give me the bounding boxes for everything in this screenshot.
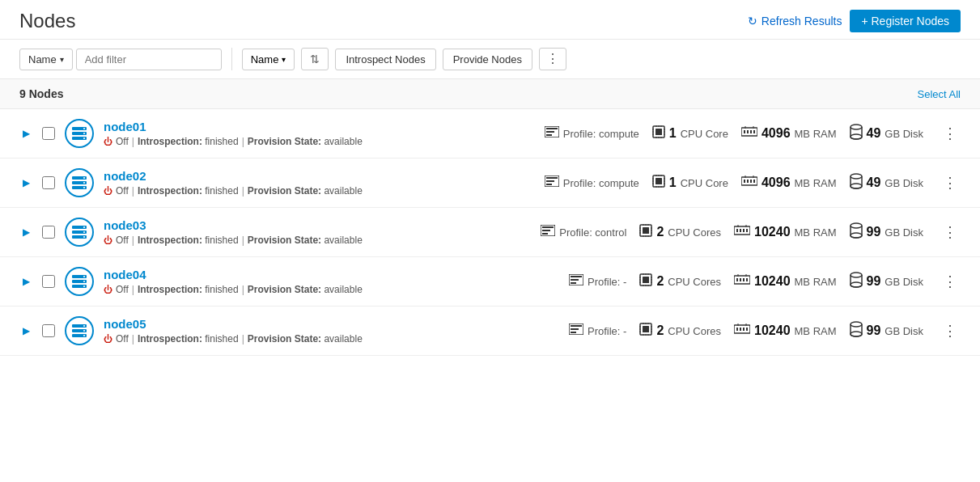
svg-rect-41 (546, 180, 554, 182)
disk-spec: 99 GB Disk (850, 222, 923, 242)
svg-rect-160 (746, 328, 748, 331)
profile-icon (541, 225, 555, 239)
nodes-count: 9 Nodes (19, 87, 63, 100)
cpu-unit: CPU Core (681, 128, 728, 140)
select-all-link[interactable]: Select All (918, 88, 961, 100)
svg-rect-110 (643, 277, 649, 283)
node-name[interactable]: node02 (104, 169, 535, 183)
filter-by-select[interactable]: Name ▾ (19, 49, 73, 70)
node-checkbox[interactable] (42, 226, 55, 239)
node-specs: Profile: control 2 CPU Cores 10240 MB RA… (541, 222, 923, 242)
provision-state-label: Provision State: available (248, 333, 363, 345)
expand-button[interactable]: ▶ (19, 225, 32, 239)
more-actions-button[interactable]: ⋮ (539, 48, 566, 70)
svg-rect-58 (744, 180, 745, 183)
refresh-button[interactable]: ↻ Refresh Results (748, 15, 842, 27)
nodes-summary: 9 Nodes Select All (0, 79, 980, 109)
svg-rect-75 (542, 233, 548, 235)
expand-button[interactable]: ▶ (19, 274, 32, 289)
svg-rect-91 (736, 229, 738, 232)
node-icon (65, 218, 94, 247)
filter-input[interactable] (76, 49, 222, 70)
node-actions-button[interactable]: ⋮ (940, 220, 961, 244)
node-actions-button[interactable]: ⋮ (940, 319, 961, 343)
ram-icon (741, 126, 757, 141)
node-checkbox[interactable] (42, 275, 55, 288)
expand-button[interactable]: ▶ (19, 175, 32, 190)
profile-icon (545, 175, 559, 190)
svg-rect-73 (542, 226, 554, 228)
node-status: ⏻ Off | Introspection: finished | Provis… (104, 333, 559, 345)
node-name[interactable]: node05 (104, 317, 559, 331)
introspect-nodes-button[interactable]: Introspect Nodes (335, 49, 435, 70)
node-checkbox[interactable] (42, 176, 55, 189)
ram-unit: MB RAM (795, 128, 837, 140)
server-icon (70, 174, 88, 192)
svg-rect-125 (740, 278, 741, 281)
disk-unit: GB Disk (885, 128, 923, 140)
server-icon (70, 223, 88, 241)
power-state: Off (116, 136, 129, 147)
profile-spec: Profile: - (569, 323, 626, 338)
power-off-icon: ⏻ (104, 137, 112, 146)
disk-icon (850, 124, 863, 143)
svg-point-37 (83, 182, 85, 184)
table-row: ▶ node03 ⏻ Off | Introspection: finished… (0, 208, 980, 257)
node-actions-button[interactable]: ⋮ (940, 121, 961, 146)
profile-spec: Profile: - (569, 274, 626, 289)
node-actions-button[interactable]: ⋮ (940, 171, 961, 195)
register-nodes-button[interactable]: + Register Nodes (850, 10, 961, 32)
cpu-spec: 2 CPU Cores (639, 273, 721, 290)
node-name[interactable]: node03 (104, 218, 531, 232)
node-checkbox[interactable] (42, 324, 55, 337)
svg-rect-7 (546, 128, 558, 129)
ram-icon (734, 225, 750, 239)
svg-rect-77 (643, 227, 649, 234)
svg-rect-126 (743, 278, 745, 281)
svg-point-102 (83, 276, 85, 277)
svg-rect-42 (546, 184, 552, 185)
profile-icon (545, 126, 559, 141)
node-name[interactable]: node01 (104, 120, 535, 133)
ram-unit: MB RAM (795, 177, 837, 189)
sort-icon: ⇅ (310, 53, 320, 66)
svg-rect-27 (750, 130, 752, 133)
node-info: node02 ⏻ Off | Introspection: finished |… (104, 169, 535, 197)
profile-value: Profile: compute (563, 177, 639, 189)
introspection-label: Introspection: finished (138, 284, 239, 295)
svg-rect-61 (753, 180, 755, 183)
provide-nodes-button[interactable]: Provide Nodes (443, 49, 532, 70)
node-name[interactable]: node04 (104, 268, 559, 281)
node-info: node03 ⏻ Off | Introspection: finished |… (104, 218, 531, 246)
cpu-count: 2 (656, 274, 664, 289)
svg-rect-127 (746, 278, 748, 281)
profile-value: Profile: - (588, 276, 626, 288)
svg-rect-9 (546, 134, 552, 136)
svg-point-64 (851, 174, 862, 179)
sort-direction-button[interactable]: ⇅ (301, 48, 329, 70)
node-icon (65, 168, 94, 197)
cpu-count: 2 (656, 323, 664, 338)
svg-point-137 (83, 335, 85, 336)
svg-point-164 (851, 332, 862, 336)
chevron-down-icon: ▾ (60, 55, 64, 64)
expand-button[interactable]: ▶ (19, 126, 32, 141)
expand-button[interactable]: ▶ (19, 323, 32, 338)
svg-rect-44 (655, 178, 662, 184)
profile-icon (569, 323, 583, 338)
svg-rect-40 (546, 177, 558, 179)
page-header: Nodes ↻ Refresh Results + Register Nodes (0, 0, 980, 40)
sort-select[interactable]: Name ▾ (242, 49, 295, 70)
node-checkbox[interactable] (42, 127, 55, 140)
ram-value: 10240 (754, 274, 791, 289)
introspection-label: Introspection: finished (138, 333, 239, 345)
table-row: ▶ node05 ⏻ Off | Introspection: finished… (0, 307, 980, 356)
disk-spec: 49 GB Disk (850, 173, 923, 192)
node-status: ⏻ Off | Introspection: finished | Provis… (104, 284, 559, 295)
introspection-label: Introspection: finished (138, 235, 239, 246)
node-actions-button[interactable]: ⋮ (940, 269, 961, 294)
svg-point-4 (83, 133, 85, 134)
provision-state-label: Provision State: available (248, 185, 363, 197)
svg-point-38 (83, 187, 85, 188)
svg-rect-143 (643, 326, 649, 332)
